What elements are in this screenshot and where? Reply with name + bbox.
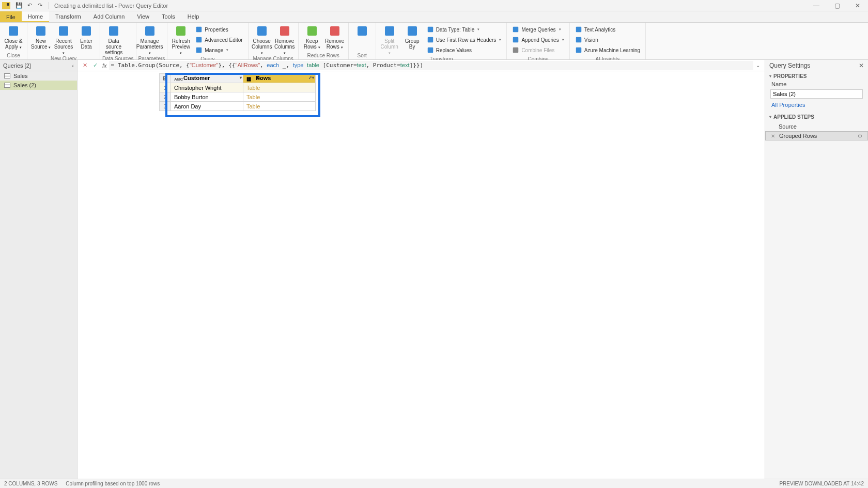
menu-tab-help[interactable]: Help — [181, 11, 206, 22]
svg-rect-16 — [408, 26, 417, 36]
headers-icon — [427, 36, 434, 43]
qat-undo-icon[interactable]: ↶ — [26, 2, 33, 9]
props-button[interactable]: Properties — [194, 25, 243, 34]
adv-button[interactable]: Advanced Editor — [194, 35, 243, 44]
column-header[interactable]: ABC Customer ▾ — [171, 74, 243, 83]
dtype-button[interactable]: Data Type: Table — [426, 25, 503, 34]
queries-collapse-icon[interactable]: ‹ — [72, 62, 74, 69]
replace-button[interactable]: Replace Values — [426, 45, 503, 55]
menu-tab-tools[interactable]: Tools — [156, 11, 181, 22]
text-type-icon: ABC — [174, 75, 180, 82]
group-button[interactable]: GroupBy — [401, 24, 424, 50]
svg-rect-1 — [36, 26, 45, 36]
svg-rect-12 — [307, 26, 317, 36]
query-item[interactable]: Sales (2) — [0, 81, 77, 90]
qat-save-icon[interactable]: 💾 — [16, 2, 23, 9]
menu-tab-transform[interactable]: Transform — [49, 11, 87, 22]
text-an-button[interactable]: Text Analytics — [574, 25, 641, 34]
params-button[interactable]: ManageParameters ▾ — [138, 24, 161, 55]
formula-commit-icon[interactable]: ✓ — [90, 61, 100, 70]
combine-button: Combine Files — [511, 45, 565, 55]
vision-button[interactable]: Vision — [574, 35, 641, 44]
query-name-input[interactable] — [770, 89, 863, 99]
gear-icon[interactable]: ⚙ — [858, 133, 862, 139]
ds-settings-button[interactable]: Data sourcesettings — [102, 24, 125, 55]
table-row[interactable]: 1 Christopher Wright Table — [160, 83, 316, 92]
row-number[interactable]: 2 — [160, 92, 171, 102]
svg-rect-25 — [576, 48, 581, 53]
row-index-header[interactable]: ⊞ — [160, 74, 171, 83]
remove-cols-button[interactable]: RemoveColumns ▾ — [273, 24, 296, 55]
menu-tab-home[interactable]: Home — [22, 11, 49, 22]
new-source-button[interactable]: NewSource ▾ — [29, 24, 52, 50]
merge-button[interactable]: Merge Queries — [511, 25, 565, 34]
formula-input[interactable]: = Table.Group(Source, {"Customer"}, {{"A… — [109, 61, 753, 70]
applied-steps-header[interactable]: ▾ APPLIED STEPS — [765, 112, 868, 121]
ribbon-group-label: Reduce Rows — [301, 52, 346, 59]
column-filter-icon[interactable]: ▾ — [240, 75, 242, 80]
split-icon — [383, 25, 396, 37]
cell-allrows[interactable]: Table — [243, 102, 316, 111]
refresh-button[interactable]: RefreshPreview ▾ — [169, 24, 192, 55]
cell-allrows[interactable]: Table — [243, 92, 316, 102]
formula-expand-icon[interactable]: ⌄ — [753, 62, 763, 68]
qat-redo-icon[interactable]: ↷ — [36, 2, 43, 9]
query-settings-close-icon[interactable]: ✕ — [859, 62, 864, 69]
recent-button[interactable]: RecentSources ▾ — [52, 24, 75, 55]
cell-customer[interactable]: Christopher Wright — [171, 83, 243, 92]
adv-icon — [195, 36, 203, 43]
svg-rect-24 — [576, 37, 581, 43]
replace-icon — [427, 46, 434, 54]
cell-customer[interactable]: Aaron Day — [171, 102, 243, 111]
remove-rows-button[interactable]: RemoveRows ▾ — [323, 24, 346, 50]
table-type-icon: ▦ — [246, 75, 253, 82]
append-button[interactable]: Append Queries — [511, 35, 565, 44]
manage-button[interactable]: Manage — [194, 45, 243, 55]
cell-customer[interactable]: Bobby Burton — [171, 92, 243, 102]
table-icon — [4, 73, 10, 78]
menu-file[interactable]: File — [0, 11, 22, 22]
step-name: Grouped Rows — [779, 133, 817, 139]
sort-button[interactable] — [351, 24, 374, 38]
fx-icon[interactable]: fx — [102, 62, 107, 69]
chevron-down-icon: ▾ — [769, 74, 771, 78]
data-grid[interactable]: ↖ ⊞ ABC Customer ▾ ▦ Rows ⤢▾ 1 Christoph… — [78, 71, 765, 479]
step-name: Source — [779, 123, 797, 130]
query-item[interactable]: Sales — [0, 71, 77, 81]
enter-data-icon — [80, 25, 92, 37]
keep-rows-button[interactable]: KeepRows ▾ — [301, 24, 323, 50]
combine-icon — [512, 46, 519, 54]
step-delete-icon[interactable]: ✕ — [771, 133, 777, 139]
column-filter-icon[interactable]: ⤢▾ — [308, 75, 314, 80]
svg-rect-15 — [385, 26, 394, 36]
table-row[interactable]: 3 Aaron Day Table — [160, 102, 316, 111]
enter-data-button[interactable]: EnterData — [75, 24, 98, 50]
query-item-label: Sales (2) — [13, 82, 36, 88]
svg-rect-23 — [576, 27, 581, 33]
minimize-button[interactable]: — — [806, 0, 827, 11]
all-properties-link[interactable]: All Properties — [765, 100, 868, 112]
chevron-down-icon: ▾ — [769, 115, 771, 119]
row-number[interactable]: 3 — [160, 102, 171, 111]
close-button[interactable]: ✕ — [847, 0, 868, 11]
aml-button[interactable]: Azure Machine Learning — [574, 45, 641, 55]
button-label: Vision — [584, 37, 598, 43]
table-row[interactable]: 2 Bobby Burton Table — [160, 92, 316, 102]
properties-section-header[interactable]: ▾ PROPERTIES — [765, 71, 868, 80]
menu-tab-add-column[interactable]: Add Column — [87, 11, 131, 22]
headers-button[interactable]: Use First Row as Headers — [426, 35, 503, 44]
ribbon: Close &Apply ▾CloseNewSource ▾RecentSour… — [0, 23, 868, 60]
svg-rect-0 — [9, 26, 18, 36]
split-button[interactable]: SplitColumn ▾ — [378, 24, 401, 55]
applied-step[interactable]: Source — [765, 122, 868, 131]
title-separator — [49, 2, 49, 9]
menu-tab-view[interactable]: View — [131, 11, 156, 22]
button-label: GroupBy — [405, 38, 420, 50]
maximize-button[interactable]: ▢ — [827, 0, 847, 11]
cell-allrows[interactable]: Table — [243, 83, 316, 92]
row-number[interactable]: 1 — [160, 83, 171, 92]
applied-step[interactable]: ✕Grouped Rows⚙ — [765, 131, 868, 140]
close-apply-button[interactable]: Close &Apply ▾ — [2, 24, 25, 50]
formula-cancel-icon[interactable]: ✕ — [80, 61, 90, 70]
choose-cols-button[interactable]: ChooseColumns ▾ — [251, 24, 273, 55]
